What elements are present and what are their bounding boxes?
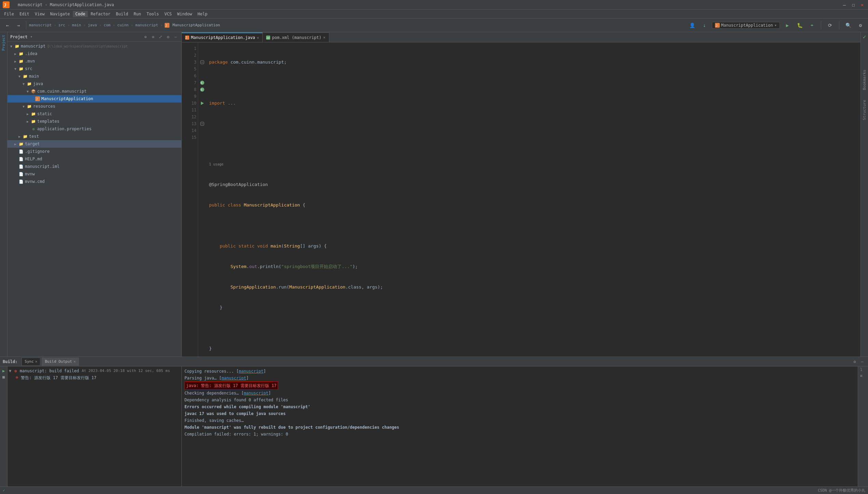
vcs-update-button[interactable]: ↓ <box>700 21 709 30</box>
code-content[interactable]: package com.cuinn.manuscript; import ...… <box>206 42 860 357</box>
bottom-tab-sync[interactable]: Sync ✕ <box>22 358 40 366</box>
panel-settings-button[interactable]: ⚙ <box>165 34 171 40</box>
menu-run[interactable]: Run <box>131 11 144 17</box>
tree-arrow-resources: ▼ <box>23 105 27 108</box>
tab-manuscript-application[interactable]: J ManuscriptApplication.java ✕ <box>182 32 263 42</box>
bottom-settings-button[interactable]: ⚙ <box>852 359 858 365</box>
panel-dropdown-icon[interactable]: ▾ <box>30 35 33 39</box>
tree-label-gitignore: .gitignore <box>25 149 50 154</box>
menu-refactor[interactable]: Refactor <box>88 11 113 17</box>
tree-item-static[interactable]: ▶ 📁 static <box>8 110 181 118</box>
build-warning-item[interactable]: ⊗ 警告: 源发行版 17 需要目标发行版 17 <box>8 374 181 382</box>
tab-close-pom[interactable]: ✕ <box>323 35 326 40</box>
coverage-button[interactable]: ☂ <box>807 21 817 30</box>
user-icon[interactable]: 👤 <box>687 21 697 30</box>
tree-item-idea[interactable]: ▶ 📁 .idea <box>8 50 181 57</box>
settings-button[interactable]: ⚙ <box>856 21 865 30</box>
tree-item-gitignore[interactable]: 📄 .gitignore <box>8 148 181 155</box>
menu-vcs[interactable]: VCS <box>162 11 175 17</box>
collapse-all-button[interactable]: ≡ <box>150 34 156 40</box>
locate-file-button[interactable]: ⊕ <box>142 34 149 40</box>
menu-tools[interactable]: Tools <box>144 11 162 17</box>
props-icon: ⚙ <box>31 126 36 132</box>
build-expand-icon[interactable]: ▼ <box>9 369 13 373</box>
code-line-5 <box>209 141 858 148</box>
build-output-tab-close[interactable]: ✕ <box>73 359 76 364</box>
tree-item-mvn[interactable]: ▶ 📁 .mvn <box>8 57 181 65</box>
tree-item-package[interactable]: ▼ 📦 com.cuinn.manuscript <box>8 88 181 95</box>
bc-java[interactable]: java <box>88 23 97 27</box>
bookmarks-tab[interactable]: Bookmarks <box>862 70 867 90</box>
output-link-2[interactable]: manuscript <box>221 376 246 380</box>
run-button[interactable]: ▶ <box>783 21 792 30</box>
gutter-9 <box>198 100 206 107</box>
tree-item-help[interactable]: 📄 HELP.md <box>8 155 181 163</box>
run-configuration[interactable]: J ManuscriptApplication ▾ <box>712 22 780 29</box>
output-line-6: Errors occurred while compiling module '… <box>184 403 855 410</box>
scroll-to-end-button[interactable]: ⤵ <box>858 366 864 373</box>
window-controls: — ☐ ✕ <box>841 2 865 8</box>
tree-item-resources[interactable]: ▼ 📁 resources <box>8 103 181 110</box>
tree-item-main-class[interactable]: J ManuscriptApplication <box>8 95 181 103</box>
bc-class[interactable]: ManuscriptApplication <box>173 23 220 27</box>
run-gutter-icon[interactable] <box>200 101 204 105</box>
menu-help[interactable]: Help <box>195 11 210 17</box>
expand-all-button[interactable]: ⤢ <box>157 34 164 40</box>
menu-edit[interactable]: Edit <box>17 11 32 17</box>
forward-button[interactable]: → <box>14 21 23 30</box>
hide-panel-button[interactable]: — <box>173 34 179 40</box>
structure-tab[interactable]: Structure <box>862 100 867 120</box>
tree-item-mvnwcmd[interactable]: 📄 mvnw.cmd <box>8 178 181 185</box>
menu-file[interactable]: File <box>1 11 17 17</box>
bc-main[interactable]: main <box>72 23 81 27</box>
menu-navigate[interactable]: Navigate <box>47 11 73 17</box>
build-root-item[interactable]: ▼ ⊗ manuscript: build failed At 2023-04-… <box>8 368 181 374</box>
tab-pom[interactable]: xml pom.xml (manuscript) ✕ <box>263 32 329 42</box>
build-stop-button[interactable]: ■ <box>1 374 7 380</box>
tree-item-test[interactable]: ▶ 📁 test <box>8 133 181 140</box>
bc-src[interactable]: src <box>58 23 65 27</box>
menu-build[interactable]: Build <box>113 11 131 17</box>
tree-item-src[interactable]: ▼ 📁 src <box>8 65 181 72</box>
svg-text:J: J <box>716 24 717 27</box>
bottom-hide-button[interactable]: — <box>859 359 865 365</box>
tree-arrow-mvn: ▶ <box>14 59 18 63</box>
soft-wrap-button[interactable]: ≡ <box>858 373 864 379</box>
tab-close-main[interactable]: ✕ <box>257 36 259 40</box>
git-button[interactable]: ⟳ <box>825 21 835 30</box>
tree-item-templates[interactable]: ▶ 📁 templates <box>8 118 181 125</box>
tree-item-manuscript-root[interactable]: ▼ 📁 manuscript D:\idea_workspace\manuscr… <box>8 42 181 50</box>
collapse-bracket-icon[interactable] <box>200 122 204 126</box>
debug-button[interactable]: 🐛 <box>795 21 804 30</box>
tree-item-main[interactable]: ▼ 📁 main <box>8 72 181 80</box>
search-everywhere-button[interactable]: 🔍 <box>843 21 853 30</box>
bc-manuscript[interactable]: manuscript <box>29 23 52 27</box>
java-class-icon: J <box>35 96 40 102</box>
bc-cuinn[interactable]: cuinn <box>117 23 128 27</box>
tree-item-java-folder[interactable]: ▼ 📁 java <box>8 80 181 88</box>
collapse-icon[interactable] <box>200 60 204 64</box>
tree-item-iml[interactable]: 📄 manuscript.iml <box>8 163 181 170</box>
minimize-button[interactable]: — <box>841 2 848 8</box>
tree-item-mvnw[interactable]: 📄 mvnw <box>8 170 181 178</box>
menu-view[interactable]: View <box>32 11 47 17</box>
output-link-1[interactable]: manuscript <box>239 369 263 374</box>
editor-area: J ManuscriptApplication.java ✕ xml pom.x… <box>182 32 860 357</box>
status-right: CSDN @一个外貌优秀的小丸 <box>818 488 865 493</box>
menu-code[interactable]: Code <box>73 11 88 17</box>
bc-com[interactable]: com <box>104 23 111 27</box>
maximize-button[interactable]: ☐ <box>850 2 856 8</box>
output-link-3[interactable]: manuscript <box>244 391 268 396</box>
tree-item-target[interactable]: ▶ 📁 target <box>8 140 181 148</box>
status-csdn: CSDN @一个外貌优秀的小丸 <box>818 488 865 493</box>
bc-manuscript2[interactable]: manuscript <box>135 23 158 27</box>
build-rerun-button[interactable]: ▶ <box>1 368 7 374</box>
back-button[interactable]: ← <box>3 21 12 30</box>
sync-tab-close[interactable]: ✕ <box>35 359 38 364</box>
git-icon: 📄 <box>18 149 24 154</box>
project-tab[interactable]: Project <box>1 34 6 52</box>
tree-item-application-props[interactable]: ⚙ application.properties <box>8 125 181 133</box>
bottom-tab-build-output[interactable]: Build Output ✕ <box>42 358 79 366</box>
menu-window[interactable]: Window <box>175 11 195 17</box>
close-button[interactable]: ✕ <box>859 2 865 8</box>
